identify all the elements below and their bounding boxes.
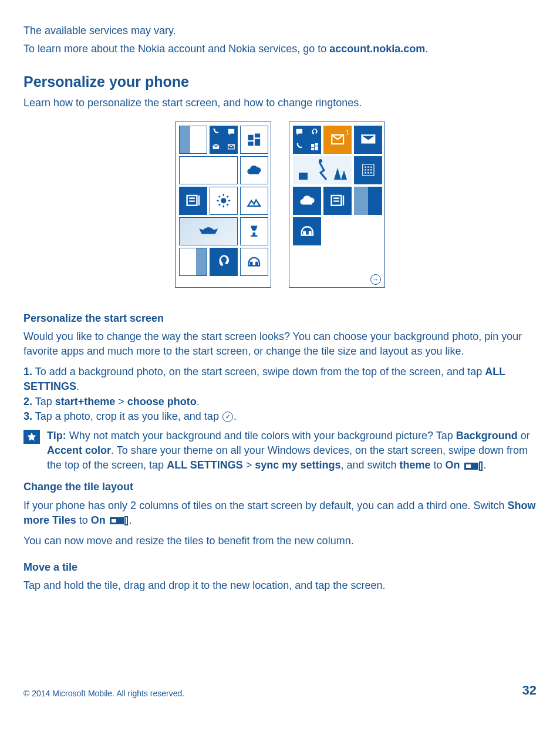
- tip-block: Tip: Why not match your background and t…: [23, 429, 537, 473]
- copyright-text: © 2014 Microsoft Mobile. All rights rese…: [23, 688, 184, 700]
- personalize-body: Would you like to change the way the sta…: [23, 329, 537, 359]
- tip-text: Tip: Why not match your background and t…: [47, 429, 537, 473]
- svg-point-4: [221, 198, 226, 203]
- start-screen-illustrations: 1 →: [23, 122, 537, 288]
- section-title: Personalize your phone: [23, 72, 537, 92]
- toggle-on-icon: [110, 516, 128, 525]
- page-number: 32: [522, 682, 537, 700]
- checkmark-circle-icon: [222, 412, 233, 422]
- move-tile-heading: Move a tile: [23, 560, 537, 575]
- steps-list: 1. To add a background photo, on the sta…: [23, 365, 537, 424]
- intro-line2: To learn more about the Nokia account an…: [23, 42, 537, 56]
- section-subtitle: Learn how to personalize the start scree…: [23, 96, 537, 110]
- apps-arrow-icon: →: [370, 274, 381, 285]
- star-tip-icon: [23, 430, 40, 444]
- move-tile-body: Tap and hold the tile, drag and drop it …: [23, 578, 537, 593]
- change-layout-heading: Change the tile layout: [23, 480, 537, 494]
- phone-illustration-left: [175, 122, 271, 288]
- page-footer: © 2014 Microsoft Mobile. All rights rese…: [23, 682, 537, 700]
- step-3: 3. Tap a photo, crop it as you like, and…: [23, 409, 537, 424]
- svg-point-7: [319, 159, 322, 163]
- svg-rect-6: [293, 156, 352, 184]
- toggle-on-icon: [464, 461, 483, 471]
- step-2: 2. Tap start+theme > choose photo.: [23, 395, 537, 409]
- intro-block: The available services may vary. To lear…: [23, 23, 537, 56]
- phone-illustration-right: 1 →: [289, 122, 385, 288]
- nokia-account-link[interactable]: account.nokia.com: [329, 43, 425, 55]
- svg-rect-10: [342, 196, 343, 205]
- change-layout-line2: You can now move and resize the tiles to…: [23, 534, 537, 548]
- step-1: 1. To add a background photo, on the sta…: [23, 365, 537, 394]
- change-layout-line1: If your phone has only 2 columns of tile…: [23, 498, 537, 528]
- intro-line1: The available services may vary.: [23, 23, 537, 38]
- personalize-heading: Personalize the start screen: [23, 311, 537, 326]
- svg-rect-3: [198, 196, 199, 205]
